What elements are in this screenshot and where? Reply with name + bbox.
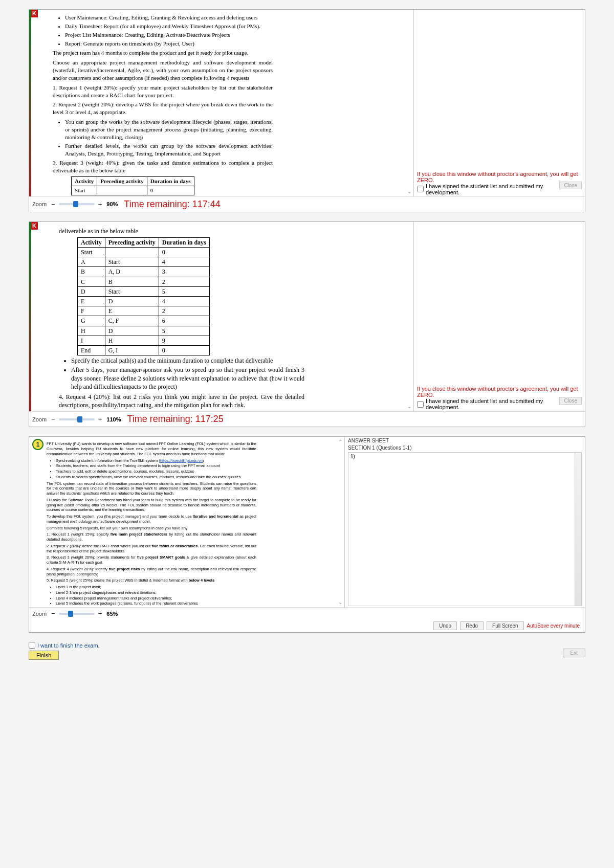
cell: 0 xyxy=(147,186,194,195)
chevron-down-icon[interactable]: ⌄ xyxy=(338,599,342,605)
col-prec: Preceding activity xyxy=(97,177,147,186)
cell xyxy=(97,186,147,195)
answer-textarea[interactable]: 1) xyxy=(348,452,582,606)
finish-checkbox[interactable] xyxy=(29,642,35,649)
finish-label: I want to finish the exam. xyxy=(37,642,100,649)
question-pane: K deliverable as in the below table Acti… xyxy=(31,222,413,412)
close-button[interactable]: Close xyxy=(559,397,582,405)
cell: E xyxy=(78,297,105,306)
autosave-label: AutoSave every minute xyxy=(527,621,580,630)
cell: C, F xyxy=(105,316,159,326)
activity-table: Activity Preceding activity Duration in … xyxy=(77,237,210,355)
paragraph: FPT University (FU) wants to develop a n… xyxy=(47,441,256,456)
zoom-label: Zoom xyxy=(32,416,47,422)
bullet: Level 4 includes project management task… xyxy=(56,596,256,601)
cell xyxy=(105,248,159,257)
chevron-down-icon[interactable]: ⌄ xyxy=(407,189,411,194)
zoom-bar: Zoom − + 65% xyxy=(29,607,585,619)
trueskill-link[interactable]: https://trueskill.fpt.edu.vn xyxy=(160,458,203,463)
bullet: Further detailed levels, the works can g… xyxy=(65,142,273,158)
question-pane: 1 ⌃ ⌄ FPT University (FU) wants to devel… xyxy=(29,437,344,607)
request-2: 2. Request 2 (weight 20%): develop a WBS… xyxy=(53,101,273,116)
cell: H xyxy=(105,336,159,345)
cell: F xyxy=(78,306,105,316)
section-label: SECTION 1 (Questions 1-1) xyxy=(345,444,585,451)
cell: 2 xyxy=(159,306,209,316)
bullet: Level 2-3 are project stages/phases and … xyxy=(56,590,256,595)
bullet: Students to search specifications, view … xyxy=(56,475,256,480)
cell: 0 xyxy=(159,248,209,257)
cell: 5 xyxy=(159,286,209,296)
agree-checkbox[interactable] xyxy=(417,401,424,408)
cell: 0 xyxy=(159,345,209,355)
bullet: Teachers to add, edit or delete specific… xyxy=(56,469,256,474)
cell: 6 xyxy=(159,316,209,326)
cell: H xyxy=(78,326,105,336)
zoom-in-button[interactable]: + xyxy=(98,610,102,617)
app-badge: K xyxy=(31,10,38,17)
zoom-out-button[interactable]: − xyxy=(51,201,55,208)
col-activity: Activity xyxy=(78,237,105,247)
zoom-bar: Zoom − + 90% Time remaining: 117:44 xyxy=(29,196,585,212)
question-number-badge: 1 xyxy=(32,439,43,450)
bullet: You can group the works by the software … xyxy=(65,118,273,141)
timer: Time remaining: 117:44 xyxy=(124,199,220,210)
cell: B xyxy=(105,277,159,286)
agree-checkbox[interactable] xyxy=(417,186,424,192)
zoom-in-button[interactable]: + xyxy=(98,415,102,423)
zoom-slider[interactable] xyxy=(59,203,95,205)
paragraph: To develop this FOL system, you (the pro… xyxy=(47,514,256,524)
zoom-slider[interactable] xyxy=(59,613,95,615)
request-4: 4. Request 4 (weight 20%): identify five… xyxy=(47,567,256,577)
request-1: 1. Request 1 (weight 15%): specify five … xyxy=(47,532,256,542)
zoom-slider[interactable] xyxy=(59,418,95,420)
lead: deliverable as in the below table xyxy=(59,227,304,235)
zoom-percent: 90% xyxy=(106,201,118,207)
chevron-down-icon[interactable]: ⌄ xyxy=(407,404,411,409)
col-dur: Duration in days xyxy=(147,177,194,186)
agree-label: I have signed the student list and submi… xyxy=(426,398,557,410)
request-5: 5. Request 5 (weight 25%): create the pr… xyxy=(47,578,256,583)
answer-pane: If you close this window without proctor… xyxy=(413,222,585,412)
zoom-percent: 110% xyxy=(106,416,121,422)
proctor-warning: If you close this window without proctor… xyxy=(417,386,582,398)
ext-button[interactable]: Ext xyxy=(563,649,585,657)
footer: I want to finish the exam. Finish Ext xyxy=(29,642,585,660)
paragraph: Choose an appropriate project management… xyxy=(53,59,273,82)
cell: End xyxy=(78,345,105,355)
fullscreen-button[interactable]: Full Screen xyxy=(487,621,524,630)
answer-pane: If you close this window without proctor… xyxy=(413,10,585,196)
request-3: 3. Request 3 (weight 40%): given the tas… xyxy=(53,159,273,174)
cell: E xyxy=(105,306,159,316)
zoom-out-button[interactable]: − xyxy=(51,415,55,423)
bullet: Students, teachers, and staffs from the … xyxy=(56,463,256,469)
bullet: Level 5 includes the work packages (scre… xyxy=(56,601,256,606)
bullet: Specify the critical path(s) and the min… xyxy=(71,357,304,365)
question-pane: K User Maintenance: Creating, Editing, G… xyxy=(31,10,413,196)
col-activity: Activity xyxy=(72,177,97,186)
timer: Time remaining: 117:25 xyxy=(127,414,223,425)
request-3: 3. Request 3 (weight 20%): provide state… xyxy=(47,555,256,565)
cell: 2 xyxy=(159,277,209,286)
paragraph: FU asks the Software Tools Department ha… xyxy=(47,498,256,513)
screenshot-3: 1 ⌃ ⌄ FPT University (FU) wants to devel… xyxy=(29,436,585,633)
cell: Start xyxy=(105,257,159,267)
zoom-bar: Zoom − + 110% Time remaining: 117:25 xyxy=(29,411,585,427)
cell: A, D xyxy=(105,267,159,277)
zoom-in-button[interactable]: + xyxy=(98,201,102,208)
agree-label: I have signed the student list and submi… xyxy=(426,183,557,195)
cell: Start xyxy=(72,186,97,195)
redo-button[interactable]: Redo xyxy=(460,621,484,630)
zoom-out-button[interactable]: − xyxy=(51,610,55,617)
bullet: Project List Maintenance: Creating, Edit… xyxy=(65,31,273,39)
answer-sheet-label: ANSWER SHEET xyxy=(345,437,585,444)
close-button[interactable]: Close xyxy=(559,182,582,189)
bullet: Daily Timesheet Report (for all employee… xyxy=(65,23,273,30)
activity-table-head: Activity Preceding activity Duration in … xyxy=(71,176,194,195)
undo-button[interactable]: Undo xyxy=(433,621,457,630)
finish-button[interactable]: Finish xyxy=(29,651,59,660)
bullet: After 5 days, your manager/sponsor ask y… xyxy=(71,366,304,391)
chevron-up-icon[interactable]: ⌃ xyxy=(338,439,342,444)
cell: D xyxy=(105,297,159,306)
zoom-label: Zoom xyxy=(32,201,47,207)
